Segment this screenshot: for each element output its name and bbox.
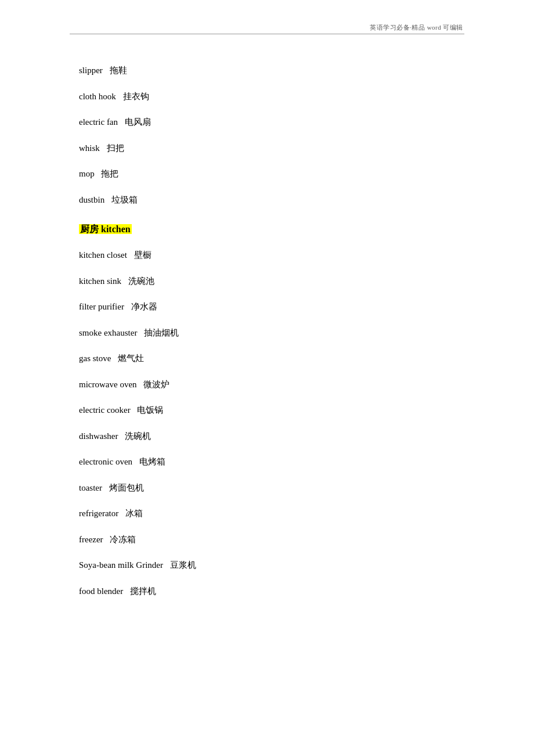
- english-word: dishwasher: [79, 431, 118, 441]
- list-item: microwave oven 微波炉: [79, 378, 464, 391]
- chinese-translation: 微波炉: [143, 380, 169, 389]
- list-item: smoke exhauster 抽油烟机: [79, 326, 464, 340]
- chinese-translation: 扫把: [107, 143, 124, 153]
- english-word: kitchen sink: [79, 276, 121, 286]
- english-word: electronic oven: [79, 457, 132, 466]
- chinese-translation: 垃圾箱: [111, 195, 138, 204]
- list-item: whisk 扫把: [79, 142, 464, 155]
- chinese-translation: 拖鞋: [110, 66, 127, 75]
- chinese-translation: 抽油烟机: [144, 328, 179, 337]
- chinese-translation: 燃气灶: [118, 354, 144, 363]
- list-item: food blender 搅拌机: [79, 585, 464, 598]
- english-word: gas stove: [79, 354, 111, 363]
- english-word: microwave oven: [79, 380, 137, 389]
- list-item: gas stove 燃气灶: [79, 352, 464, 365]
- english-word: food blender: [79, 586, 123, 596]
- chinese-translation: 洗碗池: [128, 276, 154, 286]
- english-word: toaster: [79, 483, 102, 492]
- chinese-translation: 烤面包机: [109, 483, 144, 492]
- chinese-translation: 冷冻箱: [110, 535, 136, 544]
- english-word: whisk: [79, 143, 100, 153]
- list-item: toaster 烤面包机: [79, 481, 464, 495]
- english-word: dustbin: [79, 195, 104, 204]
- list-item: electric fan 电风扇: [79, 116, 464, 129]
- list-item: dustbin 垃圾箱: [79, 193, 464, 207]
- chinese-translation: 豆浆机: [170, 560, 196, 570]
- pre-section-list: slipper 拖鞋 cloth hook 挂衣钩 electric fan 电…: [79, 64, 464, 206]
- page: 英语学习必备·精品 word 可编辑 slipper 拖鞋 cloth hook…: [0, 0, 534, 756]
- english-word: filter purifier: [79, 302, 124, 311]
- english-word: freezer: [79, 535, 103, 544]
- list-item: kitchen sink 洗碗池: [79, 275, 464, 288]
- list-item: electronic oven 电烤箱: [79, 455, 464, 469]
- english-word: electric cooker: [79, 405, 131, 415]
- chinese-translation: 拖把: [101, 169, 118, 178]
- list-item: filter purifier 净水器: [79, 300, 464, 314]
- english-word: refrigerator: [79, 509, 118, 518]
- chinese-translation: 搅拌机: [130, 586, 156, 596]
- section-header: 厨房 kitchen: [79, 224, 464, 236]
- english-word: slipper: [79, 66, 103, 75]
- english-word: kitchen closet: [79, 250, 127, 260]
- chinese-translation: 壁橱: [134, 250, 151, 260]
- chinese-translation: 净水器: [131, 302, 157, 311]
- english-word: electric fan: [79, 117, 118, 127]
- chinese-translation: 电烤箱: [139, 457, 165, 466]
- english-word: smoke exhauster: [79, 328, 137, 337]
- chinese-translation: 挂衣钩: [123, 92, 149, 101]
- kitchen-list: kitchen closet 壁橱 kitchen sink 洗碗池 filte…: [79, 249, 464, 597]
- english-word: Soya-bean milk Grinder: [79, 560, 163, 570]
- english-word: cloth hook: [79, 92, 116, 101]
- chinese-translation: 洗碗机: [125, 431, 151, 441]
- header-divider: [70, 34, 464, 34]
- list-item: dishwasher 洗碗机: [79, 430, 464, 443]
- section-title: 厨房 kitchen: [79, 224, 132, 234]
- chinese-translation: 电饭锅: [137, 405, 163, 415]
- list-item: refrigerator 冰箱: [79, 507, 464, 520]
- chinese-translation: 冰箱: [125, 509, 143, 518]
- list-item: electric cooker 电饭锅: [79, 404, 464, 417]
- list-item: slipper 拖鞋: [79, 64, 464, 77]
- content-area: slipper 拖鞋 cloth hook 挂衣钩 electric fan 电…: [79, 64, 464, 597]
- list-item: Soya-bean milk Grinder 豆浆机: [79, 559, 464, 572]
- list-item: kitchen closet 壁橱: [79, 249, 464, 262]
- list-item: freezer 冷冻箱: [79, 533, 464, 546]
- chinese-translation: 电风扇: [125, 117, 151, 127]
- english-word: mop: [79, 169, 95, 178]
- list-item: cloth hook 挂衣钩: [79, 90, 464, 103]
- list-item: mop 拖把: [79, 167, 464, 181]
- header-text: 英语学习必备·精品 word 可编辑: [370, 23, 463, 32]
